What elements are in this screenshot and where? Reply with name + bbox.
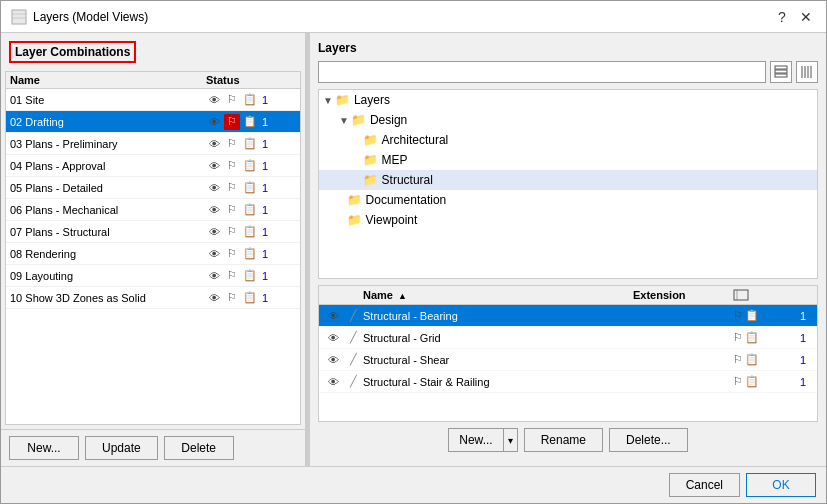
status-num: 1 bbox=[262, 182, 268, 194]
lock-icon: ⚐ bbox=[733, 375, 743, 388]
table-row[interactable]: 04 Plans - Approval 👁 ⚐ 📋 1 bbox=[6, 155, 300, 177]
eye-icon: 👁 bbox=[206, 94, 222, 106]
list-view-icon bbox=[774, 65, 788, 79]
table-row[interactable]: 05 Plans - Detailed 👁 ⚐ 📋 1 bbox=[6, 177, 300, 199]
layers-row[interactable]: 👁 ╱ Structural - Shear ⚐ 📋 1 bbox=[319, 349, 817, 371]
main-dialog: Layers (Model Views) ? ✕ Layer Combinati… bbox=[0, 0, 827, 504]
table-row[interactable]: 03 Plans - Preliminary 👁 ⚐ 📋 1 bbox=[6, 133, 300, 155]
name-col-header: Name ▲ bbox=[363, 289, 633, 301]
layer-status-icons: ⚐ 📋 bbox=[733, 331, 793, 344]
eye-icon: 👁 bbox=[206, 138, 222, 150]
layers-tree[interactable]: ▼ 📁 Layers ▼ 📁 Design 📁 Architectural bbox=[318, 89, 818, 279]
tree-item-structural[interactable]: 📁 Structural bbox=[319, 170, 817, 190]
ok-button[interactable]: OK bbox=[746, 473, 816, 497]
row-icons: 👁 ⚐ 📋 1 bbox=[206, 137, 296, 150]
eye-icon: 👁 bbox=[206, 160, 222, 172]
layers-icon bbox=[11, 9, 27, 25]
tree-label: Viewpoint bbox=[366, 213, 418, 227]
flag-icon: ⚐ bbox=[224, 137, 240, 150]
layer-num: 1 bbox=[793, 354, 813, 366]
tree-label: Structural bbox=[382, 173, 433, 187]
row-name: 08 Rendering bbox=[10, 248, 206, 260]
rename-layer-button[interactable]: Rename bbox=[524, 428, 603, 452]
folder-icon: 📁 bbox=[335, 93, 350, 107]
layer-name: Structural - Shear bbox=[363, 354, 633, 366]
dialog-title: Layers (Model Views) bbox=[33, 10, 148, 24]
file-icon: 📋 bbox=[242, 137, 258, 150]
row-icons: 👁 ⚐ 📋 1 bbox=[206, 247, 296, 260]
folder-icon: 📁 bbox=[351, 113, 366, 127]
table-row[interactable]: 06 Plans - Mechanical 👁 ⚐ 📋 1 bbox=[6, 199, 300, 221]
table-row[interactable]: 07 Plans - Structural 👁 ⚐ 📋 1 bbox=[6, 221, 300, 243]
help-button[interactable]: ? bbox=[772, 7, 792, 27]
layer-type-icon: ╱ bbox=[343, 309, 363, 322]
col-status-header: Status bbox=[206, 74, 296, 86]
tree-item-design[interactable]: ▼ 📁 Design bbox=[319, 110, 817, 130]
tree-item-mep[interactable]: 📁 MEP bbox=[319, 150, 817, 170]
status-num: 1 bbox=[262, 270, 268, 282]
ext-col-header: Extension bbox=[633, 289, 733, 301]
tree-item-documentation[interactable]: 📁 Documentation bbox=[319, 190, 817, 210]
folder-icon: 📁 bbox=[363, 133, 378, 147]
view-list-button[interactable] bbox=[770, 61, 792, 83]
row-name: 05 Plans - Detailed bbox=[10, 182, 206, 194]
row-name: 10 Show 3D Zones as Solid bbox=[10, 292, 206, 304]
title-bar-controls: ? ✕ bbox=[772, 7, 816, 27]
new-layer-button[interactable]: New... bbox=[448, 428, 502, 452]
tree-item-viewpoint[interactable]: 📁 Viewpoint bbox=[319, 210, 817, 230]
flag-icon: ⚐ bbox=[224, 93, 240, 106]
new-combination-button[interactable]: New... bbox=[9, 436, 79, 460]
table-row[interactable]: 02 Drafting 👁 ⚐ 📋 1 bbox=[6, 111, 300, 133]
layer-combinations-table[interactable]: Name Status 01 Site 👁 ⚐ 📋 1 02 Drafting bbox=[5, 71, 301, 425]
table-row[interactable]: 10 Show 3D Zones as Solid 👁 ⚐ 📋 1 bbox=[6, 287, 300, 309]
layer-status-icons: ⚐ 📋 bbox=[733, 375, 793, 388]
tree-arrow bbox=[355, 135, 361, 146]
layer-status-icons: ⚐ 📋 bbox=[733, 353, 793, 366]
status-num: 1 bbox=[262, 248, 268, 260]
delete-combination-button[interactable]: Delete bbox=[164, 436, 234, 460]
flag-icon: ⚐ bbox=[224, 269, 240, 282]
tree-label: MEP bbox=[382, 153, 408, 167]
visibility-icon: 👁 bbox=[323, 354, 343, 366]
layer-num: 1 bbox=[793, 376, 813, 388]
file-icon: 📋 bbox=[242, 225, 258, 238]
layers-action-buttons: New... ▾ Rename Delete... bbox=[318, 428, 818, 452]
search-input[interactable] bbox=[318, 61, 766, 83]
tree-arrow bbox=[339, 215, 345, 226]
close-button[interactable]: ✕ bbox=[796, 7, 816, 27]
status-num: 1 bbox=[262, 138, 268, 150]
title-bar: Layers (Model Views) ? ✕ bbox=[1, 1, 826, 33]
table-row[interactable]: 01 Site 👁 ⚐ 📋 1 bbox=[6, 89, 300, 111]
new-layer-dropdown-button[interactable]: ▾ bbox=[503, 428, 518, 452]
layer-num: 1 bbox=[793, 332, 813, 344]
layers-row[interactable]: 👁 ╱ Structural - Stair & Railing ⚐ 📋 1 bbox=[319, 371, 817, 393]
status-num: 1 bbox=[262, 160, 268, 172]
delete-layer-button[interactable]: Delete... bbox=[609, 428, 688, 452]
layers-row[interactable]: 👁 ╱ Structural - Grid ⚐ 📋 1 bbox=[319, 327, 817, 349]
table-row[interactable]: 08 Rendering 👁 ⚐ 📋 1 bbox=[6, 243, 300, 265]
row-icons: 👁 ⚐ 📋 1 bbox=[206, 291, 296, 304]
visibility-icon: 👁 bbox=[323, 332, 343, 344]
status-col-header bbox=[733, 288, 793, 302]
lock-icon: ⚐ bbox=[733, 309, 743, 322]
tree-arrow: ▼ bbox=[339, 115, 349, 126]
title-bar-left: Layers (Model Views) bbox=[11, 9, 148, 25]
update-button[interactable]: Update bbox=[85, 436, 158, 460]
row-icons: 👁 ⚐ 📋 1 bbox=[206, 269, 296, 282]
layers-row[interactable]: 👁 ╱ Structural - Bearing ⚐ 📋 1 bbox=[319, 305, 817, 327]
tree-item-architectural[interactable]: 📁 Architectural bbox=[319, 130, 817, 150]
table-row[interactable]: 09 Layouting 👁 ⚐ 📋 1 bbox=[6, 265, 300, 287]
tree-label: Architectural bbox=[382, 133, 449, 147]
eye-icon: 👁 bbox=[206, 182, 222, 194]
eye-icon: 👁 bbox=[206, 292, 222, 304]
layer-status-icons: ⚐ 📋 bbox=[733, 309, 793, 322]
column-view-button[interactable] bbox=[796, 61, 818, 83]
tree-item-layers[interactable]: ▼ 📁 Layers bbox=[319, 90, 817, 110]
row-name: 03 Plans - Preliminary bbox=[10, 138, 206, 150]
lock-icon: ⚐ bbox=[733, 353, 743, 366]
layers-detail-table[interactable]: Name ▲ Extension 👁 ╱ bbox=[318, 285, 818, 422]
layer-name: Structural - Stair & Railing bbox=[363, 376, 633, 388]
row-name: 02 Drafting bbox=[10, 116, 206, 128]
cancel-button[interactable]: Cancel bbox=[669, 473, 740, 497]
row-icons: 👁 ⚐ 📋 1 bbox=[206, 203, 296, 216]
